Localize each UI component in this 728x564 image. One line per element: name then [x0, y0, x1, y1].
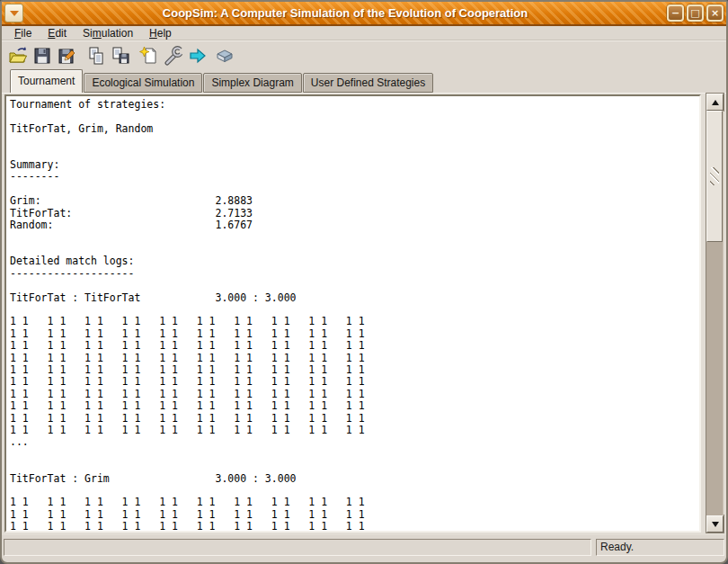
- status-panel-left: [4, 539, 591, 556]
- menu-help[interactable]: Help: [141, 26, 180, 40]
- close-button[interactable]: ×: [706, 4, 724, 22]
- copy-icon: [86, 46, 106, 66]
- menu-bar: File Edit Simulation Help: [2, 26, 726, 40]
- status-bar: Ready.: [2, 535, 726, 562]
- window-menu-button[interactable]: [4, 4, 23, 22]
- menu-edit[interactable]: Edit: [40, 26, 75, 40]
- book-icon: [215, 46, 235, 66]
- copy-button[interactable]: [84, 44, 107, 67]
- save-floppy-icon: [32, 46, 52, 66]
- vertical-scrollbar[interactable]: [706, 94, 724, 533]
- menu-simulation[interactable]: Simulation: [75, 26, 141, 40]
- arrow-up-icon: [712, 100, 719, 105]
- paste-icon: [111, 46, 130, 66]
- open-folder-icon: [8, 46, 28, 66]
- run-arrow-icon: [188, 46, 208, 66]
- save-as-icon: [57, 46, 76, 66]
- title-bar[interactable]: CoopSim: A Computer Simulation of the Ev…: [2, 2, 726, 26]
- status-panel-right: Ready.: [596, 539, 724, 556]
- status-text: Ready.: [600, 541, 634, 553]
- paste-button[interactable]: [109, 44, 131, 67]
- tournament-log-textarea[interactable]: Tournament of strategies: TitForTat, Gri…: [4, 94, 701, 533]
- scroll-down-button[interactable]: [706, 515, 724, 533]
- save-button[interactable]: [31, 44, 53, 67]
- tournament-log-text: Tournament of strategies: TitForTat, Gri…: [6, 96, 699, 533]
- tools-button[interactable]: [162, 44, 184, 67]
- menu-file[interactable]: File: [6, 26, 40, 40]
- wrench-icon: [164, 46, 183, 66]
- window-controls: − □ ×: [667, 4, 724, 22]
- scrollbar-track[interactable]: [706, 111, 724, 515]
- tab-tournament[interactable]: Tournament: [10, 69, 83, 93]
- help-book-button[interactable]: [213, 44, 235, 67]
- run-button[interactable]: [186, 44, 209, 67]
- new-document-icon: [139, 46, 159, 66]
- tab-simplex-diagram[interactable]: Simplex Diagram: [203, 73, 301, 93]
- app-window: CoopSim: A Computer Simulation of the Ev…: [0, 0, 728, 564]
- minimize-button[interactable]: −: [667, 4, 684, 22]
- tab-user-defined-strategies[interactable]: User Defined Strategies: [303, 73, 433, 93]
- tab-bar: Tournament Ecological Simulation Simplex…: [2, 68, 726, 93]
- new-button[interactable]: [138, 44, 160, 67]
- arrow-down-icon: [712, 522, 719, 527]
- tab-ecological-simulation[interactable]: Ecological Simulation: [84, 73, 202, 93]
- scrollbar-grip-icon: [710, 167, 719, 185]
- window-title: CoopSim: A Computer Simulation of the Ev…: [23, 6, 667, 20]
- save-as-button[interactable]: [55, 44, 77, 67]
- chevron-down-icon: [10, 11, 19, 16]
- tournament-page: Tournament of strategies: TitForTat, Gri…: [2, 93, 726, 535]
- maximize-button[interactable]: □: [687, 4, 704, 22]
- toolbar: [2, 40, 726, 68]
- scroll-up-button[interactable]: [706, 94, 724, 111]
- scrollbar-thumb[interactable]: [706, 111, 723, 242]
- open-button[interactable]: [6, 44, 29, 67]
